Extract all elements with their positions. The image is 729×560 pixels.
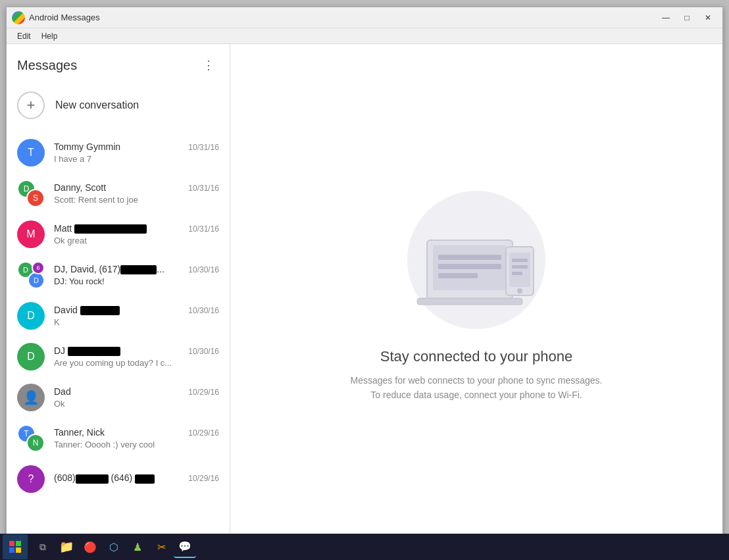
svg-rect-12: [512, 272, 522, 275]
conversation-item-matt[interactable]: M Matt 10/31/16 Ok great: [7, 214, 230, 255]
avatar: T: [17, 139, 45, 166]
explorer-button[interactable]: 📁: [55, 536, 78, 558]
sidebar-header: Messages ⋮: [7, 44, 230, 81]
taskbar-icon-5[interactable]: ♟: [126, 536, 149, 558]
conversation-item-phone[interactable]: ? (608) (646) 10/29/16: [7, 459, 230, 499]
svg-point-9: [517, 288, 522, 293]
conv-name: Tommy Gymmin: [54, 141, 120, 152]
illustration: [404, 188, 549, 332]
conv-content: Matt 10/31/16 Ok great: [54, 223, 219, 245]
multi-avatar: D S: [17, 180, 45, 207]
conversation-item-dj[interactable]: D DJ 10/30/16 Are you coming up today? I…: [7, 336, 230, 377]
conv-preview: Scott: Rent sent to joe: [54, 195, 219, 205]
conv-content: DJ, David, (617)... 10/30/16 DJ: You roc…: [54, 264, 219, 286]
conv-preview: K: [54, 317, 219, 327]
conv-name: (608) (646): [54, 472, 155, 483]
window-title: Android Messages: [29, 13, 657, 22]
conversation-item-tommy[interactable]: T Tommy Gymmin 10/31/16 I have a 7: [7, 132, 230, 173]
menu-bar: Edit Help: [7, 28, 722, 44]
conv-time: 10/31/16: [188, 224, 219, 234]
conv-time: 10/30/16: [188, 347, 219, 356]
avatar: D: [17, 302, 45, 330]
conv-time: 10/31/16: [188, 184, 219, 193]
conv-preview: I have a 7: [54, 154, 219, 164]
redacted-block: [74, 224, 147, 234]
conv-top: DJ, David, (617)... 10/30/16: [54, 264, 219, 274]
taskbar: ⧉ 📁 🔴 ⬡ ♟ ✂ 💬: [0, 534, 729, 560]
edit-menu[interactable]: Edit: [12, 30, 36, 42]
redacted-block: [135, 474, 155, 484]
messages-taskbar-button[interactable]: 💬: [174, 536, 196, 558]
more-options-button[interactable]: ⋮: [198, 55, 219, 76]
maximize-button[interactable]: □: [678, 11, 696, 25]
new-conversation-label: New conversation: [55, 99, 139, 111]
conv-name: DJ: [54, 345, 120, 356]
conv-name: Matt: [54, 223, 147, 234]
svg-rect-6: [417, 298, 522, 305]
conv-preview: DJ: You rock!: [54, 276, 219, 286]
conv-time: 10/29/16: [188, 388, 219, 397]
avatar-2: N: [26, 434, 45, 452]
conv-time: 10/29/16: [188, 474, 219, 483]
app-window: Android Messages — □ ✕ Edit Help Message…: [6, 7, 723, 546]
conv-content: (608) (646) 10/29/16: [54, 472, 219, 485]
svg-rect-11: [512, 265, 528, 268]
avatar-3: 6: [32, 261, 45, 274]
app-body: Messages ⋮ + New conversation T Tommy Gy…: [7, 44, 722, 546]
conv-time: 10/29/16: [188, 428, 219, 438]
avatar-2: D: [28, 272, 45, 289]
new-conversation-button[interactable]: + New conversation: [7, 84, 230, 127]
main-panel: Stay connected to your phone Messages fo…: [230, 44, 722, 546]
conv-content: Danny, Scott 10/31/16 Scott: Rent sent t…: [54, 182, 219, 205]
multi-avatar: T N: [17, 424, 45, 452]
close-button[interactable]: ✕: [699, 11, 717, 25]
svg-rect-3: [438, 255, 501, 260]
conv-preview: Ok: [54, 399, 219, 409]
conv-top: Tommy Gymmin 10/31/16: [54, 141, 219, 152]
conv-content: Tommy Gymmin 10/31/16 I have a 7: [54, 141, 219, 164]
conv-content: Dad 10/29/16 Ok: [54, 386, 219, 409]
sidebar-title: Messages: [17, 58, 77, 73]
svg-rect-10: [512, 259, 528, 262]
conversation-item-david[interactable]: D David 10/30/16 K: [7, 295, 230, 336]
taskview-button[interactable]: ⧉: [32, 536, 54, 558]
conv-name: Tanner, Nick: [54, 427, 105, 438]
conv-preview: Tanner: Ooooh :) very cool: [54, 440, 219, 449]
conv-preview: Ok great: [54, 236, 219, 245]
multi-avatar-3: D D 6: [17, 261, 45, 289]
conv-top: DJ 10/30/16: [54, 345, 219, 356]
avatar: D: [17, 343, 45, 370]
main-panel-subtitle: Messages for web connects to your phone …: [351, 373, 603, 403]
conv-content: Tanner, Nick 10/29/16 Tanner: Ooooh :) v…: [54, 427, 219, 449]
svg-rect-5: [438, 273, 478, 278]
window-controls: — □ ✕: [657, 11, 717, 25]
conv-content: David 10/30/16 K: [54, 305, 219, 327]
taskbar-icon-6[interactable]: ✂: [150, 536, 172, 558]
redacted-block: [68, 347, 120, 356]
conversation-item-tanner-nick[interactable]: T N Tanner, Nick 10/29/16 Tanner: Ooooh …: [7, 418, 230, 459]
conv-top: Dad 10/29/16: [54, 386, 219, 397]
svg-rect-8: [509, 253, 530, 287]
main-panel-title: Stay connected to your phone: [380, 348, 572, 365]
conversation-item-danny-scott[interactable]: D S Danny, Scott 10/31/16 Scott: Rent se…: [7, 173, 230, 214]
minimize-button[interactable]: —: [657, 11, 675, 25]
title-bar: Android Messages — □ ✕: [7, 7, 722, 28]
redacted-block: [76, 474, 109, 484]
start-button[interactable]: [3, 534, 28, 559]
subtitle-line2: To reduce data usage, connect your phone…: [370, 390, 582, 400]
avatar-2: S: [26, 189, 45, 207]
conv-time: 10/30/16: [188, 265, 219, 274]
conv-top: (608) (646) 10/29/16: [54, 472, 219, 483]
conv-top: David 10/30/16: [54, 305, 219, 315]
conv-top: Matt 10/31/16: [54, 223, 219, 234]
new-conversation-icon: +: [17, 91, 45, 119]
conversation-item-dad[interactable]: 👤 Dad 10/29/16 Ok: [7, 377, 230, 418]
conv-name: Dad: [54, 386, 71, 397]
conversation-item-dj-david[interactable]: D D 6 DJ, David, (617)... 10/30/16 DJ: Y…: [7, 255, 230, 295]
avatar-photo: 👤: [17, 384, 45, 411]
help-menu[interactable]: Help: [36, 30, 63, 42]
vivaldi-button[interactable]: 🔴: [79, 536, 101, 558]
avatar: ?: [17, 465, 45, 493]
conv-content: DJ 10/30/16 Are you coming up today? I c…: [54, 345, 219, 368]
taskbar-icon-4[interactable]: ⬡: [103, 536, 125, 558]
